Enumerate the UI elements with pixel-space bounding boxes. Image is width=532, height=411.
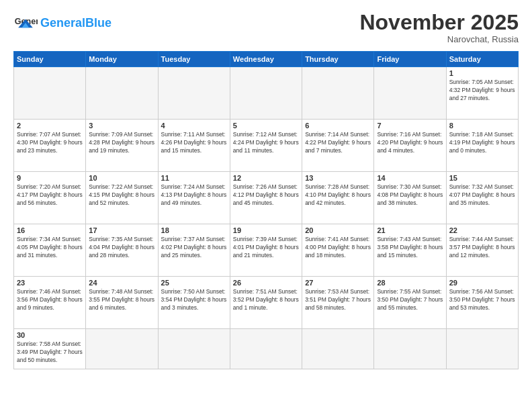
day-info: Sunrise: 7:18 AM Sunset: 4:19 PM Dayligh… (449, 131, 515, 155)
day-number: 10 (89, 174, 154, 182)
day-info: Sunrise: 7:30 AM Sunset: 4:08 PM Dayligh… (377, 183, 443, 208)
calendar-cell: 5Sunrise: 7:12 AM Sunset: 4:24 PM Daylig… (230, 120, 302, 172)
calendar-cell: 29Sunrise: 7:56 AM Sunset: 3:50 PM Dayli… (446, 277, 518, 329)
day-info: Sunrise: 7:16 AM Sunset: 4:20 PM Dayligh… (377, 131, 443, 155)
calendar-table: SundayMondayTuesdayWednesdayThursdayFrid… (13, 51, 519, 369)
logo-text: GeneralBlue (40, 17, 112, 29)
day-number: 25 (161, 279, 227, 287)
day-number: 27 (305, 279, 371, 287)
header: General GeneralBlue November 2025 Narovc… (13, 11, 519, 44)
week-row-5: 23Sunrise: 7:46 AM Sunset: 3:56 PM Dayli… (14, 277, 519, 329)
column-header-monday: Monday (86, 52, 158, 67)
location: Narovchat, Russia (359, 34, 519, 44)
day-number: 2 (17, 122, 83, 130)
calendar-cell: 10Sunrise: 7:22 AM Sunset: 4:15 PM Dayli… (86, 172, 158, 224)
day-number: 3 (89, 122, 154, 130)
day-info: Sunrise: 7:24 AM Sunset: 4:13 PM Dayligh… (161, 183, 227, 208)
day-number: 11 (161, 174, 227, 182)
month-title: November 2025 (359, 11, 519, 34)
day-info: Sunrise: 7:34 AM Sunset: 4:05 PM Dayligh… (17, 236, 83, 260)
calendar-cell: 28Sunrise: 7:55 AM Sunset: 3:50 PM Dayli… (374, 277, 446, 329)
day-number: 19 (233, 226, 299, 234)
week-row-6: 30Sunrise: 7:58 AM Sunset: 3:49 PM Dayli… (14, 329, 519, 369)
calendar-cell (14, 67, 86, 120)
day-number: 20 (305, 226, 371, 234)
calendar-cell: 7Sunrise: 7:16 AM Sunset: 4:20 PM Daylig… (374, 120, 446, 172)
calendar-cell: 6Sunrise: 7:14 AM Sunset: 4:22 PM Daylig… (302, 120, 374, 172)
logo-icon: General (13, 11, 38, 35)
calendar-cell: 15Sunrise: 7:32 AM Sunset: 4:07 PM Dayli… (446, 172, 518, 224)
day-info: Sunrise: 7:37 AM Sunset: 4:02 PM Dayligh… (161, 236, 227, 260)
calendar-cell: 4Sunrise: 7:11 AM Sunset: 4:26 PM Daylig… (158, 120, 230, 172)
column-header-thursday: Thursday (302, 52, 374, 67)
title-block: November 2025 Narovchat, Russia (359, 11, 519, 44)
day-number: 22 (449, 226, 515, 234)
day-info: Sunrise: 7:55 AM Sunset: 3:50 PM Dayligh… (377, 288, 443, 312)
calendar-cell: 16Sunrise: 7:34 AM Sunset: 4:05 PM Dayli… (14, 224, 86, 277)
calendar-cell (302, 67, 374, 120)
day-info: Sunrise: 7:51 AM Sunset: 3:52 PM Dayligh… (233, 288, 299, 312)
calendar-cell (302, 329, 374, 369)
day-info: Sunrise: 7:35 AM Sunset: 4:04 PM Dayligh… (89, 236, 154, 260)
day-info: Sunrise: 7:14 AM Sunset: 4:22 PM Dayligh… (305, 131, 371, 155)
calendar-cell: 19Sunrise: 7:39 AM Sunset: 4:01 PM Dayli… (230, 224, 302, 277)
calendar-cell: 23Sunrise: 7:46 AM Sunset: 3:56 PM Dayli… (14, 277, 86, 329)
calendar-cell (230, 67, 302, 120)
week-row-3: 9Sunrise: 7:20 AM Sunset: 4:17 PM Daylig… (14, 172, 519, 224)
week-row-1: 1Sunrise: 7:05 AM Sunset: 4:32 PM Daylig… (14, 67, 519, 120)
day-info: Sunrise: 7:46 AM Sunset: 3:56 PM Dayligh… (17, 288, 83, 312)
calendar-cell: 1Sunrise: 7:05 AM Sunset: 4:32 PM Daylig… (446, 67, 518, 120)
day-info: Sunrise: 7:48 AM Sunset: 3:55 PM Dayligh… (89, 288, 154, 312)
calendar-cell (86, 329, 158, 369)
day-info: Sunrise: 7:26 AM Sunset: 4:12 PM Dayligh… (233, 183, 299, 208)
day-info: Sunrise: 7:20 AM Sunset: 4:17 PM Dayligh… (17, 183, 83, 208)
day-info: Sunrise: 7:07 AM Sunset: 4:30 PM Dayligh… (17, 131, 83, 155)
day-info: Sunrise: 7:44 AM Sunset: 3:57 PM Dayligh… (449, 236, 515, 260)
logo-blue: Blue (85, 16, 112, 30)
calendar-cell: 17Sunrise: 7:35 AM Sunset: 4:04 PM Dayli… (86, 224, 158, 277)
calendar-cell (158, 67, 230, 120)
day-info: Sunrise: 7:53 AM Sunset: 3:51 PM Dayligh… (305, 288, 371, 312)
column-header-wednesday: Wednesday (230, 52, 302, 67)
calendar-cell: 8Sunrise: 7:18 AM Sunset: 4:19 PM Daylig… (446, 120, 518, 172)
page: General GeneralBlue November 2025 Narovc… (0, 0, 532, 411)
day-info: Sunrise: 7:05 AM Sunset: 4:32 PM Dayligh… (449, 79, 515, 103)
day-info: Sunrise: 7:39 AM Sunset: 4:01 PM Dayligh… (233, 236, 299, 260)
logo-general: General (40, 16, 85, 30)
calendar-cell (446, 329, 518, 369)
calendar-cell (374, 67, 446, 120)
calendar-cell (230, 329, 302, 369)
day-number: 4 (161, 122, 227, 130)
calendar-cell: 2Sunrise: 7:07 AM Sunset: 4:30 PM Daylig… (14, 120, 86, 172)
day-number: 8 (449, 122, 515, 130)
calendar-cell: 13Sunrise: 7:28 AM Sunset: 4:10 PM Dayli… (302, 172, 374, 224)
calendar-cell: 9Sunrise: 7:20 AM Sunset: 4:17 PM Daylig… (14, 172, 86, 224)
column-header-saturday: Saturday (446, 52, 518, 67)
day-info: Sunrise: 7:56 AM Sunset: 3:50 PM Dayligh… (449, 288, 515, 312)
day-info: Sunrise: 7:50 AM Sunset: 3:54 PM Dayligh… (161, 288, 227, 312)
calendar-cell: 21Sunrise: 7:43 AM Sunset: 3:58 PM Dayli… (374, 224, 446, 277)
day-info: Sunrise: 7:12 AM Sunset: 4:24 PM Dayligh… (233, 131, 299, 155)
day-number: 12 (233, 174, 299, 182)
calendar-cell: 3Sunrise: 7:09 AM Sunset: 4:28 PM Daylig… (86, 120, 158, 172)
day-number: 13 (305, 174, 371, 182)
calendar-cell: 14Sunrise: 7:30 AM Sunset: 4:08 PM Dayli… (374, 172, 446, 224)
column-header-friday: Friday (374, 52, 446, 67)
calendar-cell: 27Sunrise: 7:53 AM Sunset: 3:51 PM Dayli… (302, 277, 374, 329)
calendar-cell (86, 67, 158, 120)
calendar-cell: 22Sunrise: 7:44 AM Sunset: 3:57 PM Dayli… (446, 224, 518, 277)
calendar-cell: 26Sunrise: 7:51 AM Sunset: 3:52 PM Dayli… (230, 277, 302, 329)
day-info: Sunrise: 7:22 AM Sunset: 4:15 PM Dayligh… (89, 183, 154, 208)
day-info: Sunrise: 7:09 AM Sunset: 4:28 PM Dayligh… (89, 131, 154, 155)
day-number: 14 (377, 174, 443, 182)
calendar-cell: 24Sunrise: 7:48 AM Sunset: 3:55 PM Dayli… (86, 277, 158, 329)
day-number: 26 (233, 279, 299, 287)
day-info: Sunrise: 7:43 AM Sunset: 3:58 PM Dayligh… (377, 236, 443, 260)
day-info: Sunrise: 7:41 AM Sunset: 4:00 PM Dayligh… (305, 236, 371, 260)
day-number: 29 (449, 279, 515, 287)
calendar-cell: 12Sunrise: 7:26 AM Sunset: 4:12 PM Dayli… (230, 172, 302, 224)
week-row-2: 2Sunrise: 7:07 AM Sunset: 4:30 PM Daylig… (14, 120, 519, 172)
logo: General GeneralBlue (13, 11, 112, 35)
day-number: 17 (89, 226, 154, 234)
day-info: Sunrise: 7:11 AM Sunset: 4:26 PM Dayligh… (161, 131, 227, 155)
